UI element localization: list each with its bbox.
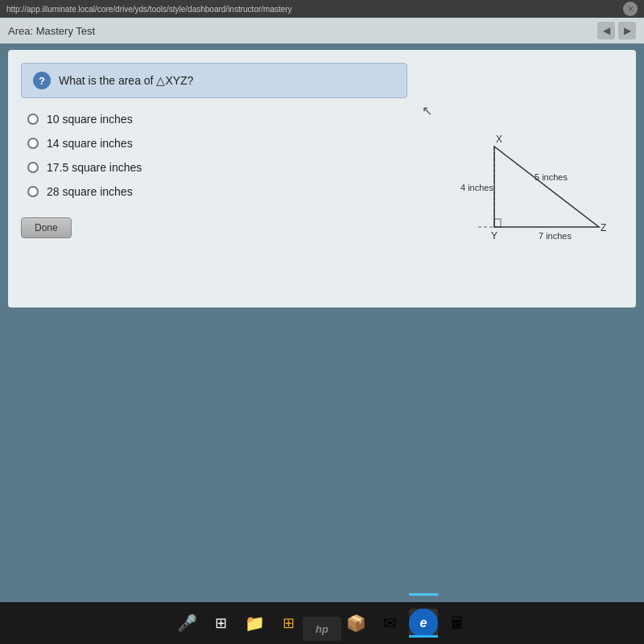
radio-option-4[interactable]: [27, 186, 39, 197]
desktop-background: [0, 314, 644, 602]
svg-marker-3: [494, 147, 599, 227]
browser-bar: http://app.illuminate.local/core/drive/y…: [0, 0, 644, 18]
option-4[interactable]: 28 square inches: [27, 185, 414, 198]
radio-option-2[interactable]: [27, 138, 39, 149]
question-icon: ?: [33, 72, 51, 89]
taskbar-calculator[interactable]: 🖩: [443, 609, 472, 638]
windows-icon: ⊞: [215, 614, 227, 632]
taskbar-windows[interactable]: ⊞: [206, 609, 235, 638]
vertex-z-label: Z: [601, 222, 606, 233]
label-4inches: 4 inches: [460, 183, 493, 192]
grid-icon: ⊞: [283, 614, 295, 632]
done-button[interactable]: Done: [21, 217, 72, 238]
question-area: ? What is the area of △XYZ? 10 square in…: [21, 63, 414, 295]
radio-option-1[interactable]: [27, 114, 39, 125]
option-2[interactable]: 14 square inches: [27, 137, 414, 150]
vertex-y-label: Y: [491, 230, 497, 242]
nav-back-button[interactable]: ◀: [597, 22, 615, 39]
browser-close-button[interactable]: ✕: [623, 2, 638, 16]
folder-icon: 📁: [245, 613, 265, 633]
triangle-diagram: X Y Z 4 inches 5 inches 7 inches: [430, 130, 607, 259]
window-title: Area: Mastery Test: [8, 25, 95, 37]
option-3[interactable]: 17.5 square inches: [27, 161, 414, 174]
taskbar-browser[interactable]: e: [409, 609, 438, 638]
window-title-bar: Area: Mastery Test ◀ ▶: [0, 18, 644, 43]
package-icon: 📦: [346, 613, 366, 633]
ie-icon: e: [409, 609, 438, 638]
cursor-indicator: ↖: [422, 103, 432, 118]
taskbar-mic[interactable]: 🎤: [172, 609, 201, 638]
question-text: What is the area of △XYZ?: [59, 74, 193, 87]
svg-rect-2: [494, 219, 501, 227]
taskbar-mail[interactable]: ✉: [375, 609, 404, 638]
option-1[interactable]: 10 square inches: [27, 113, 414, 126]
calculator-icon: 🖩: [449, 614, 465, 633]
browser-url: http://app.illuminate.local/core/drive/y…: [6, 5, 623, 14]
hp-logo: hp: [303, 617, 341, 641]
content-panel: ? What is the area of △XYZ? 10 square in…: [8, 50, 636, 308]
diagram-area: ↖ X Y Z 4 inches 5 inch: [414, 63, 623, 295]
vertex-x-label: X: [496, 134, 502, 145]
label-7inches: 7 inches: [539, 231, 572, 241]
option-1-label: 10 square inches: [47, 113, 133, 126]
screen-area: Area: Mastery Test ◀ ▶ ? What is the are…: [0, 18, 644, 602]
taskbar-files[interactable]: 📁: [240, 609, 269, 638]
radio-option-3[interactable]: [27, 162, 39, 173]
answer-options: 10 square inches 14 square inches 17.5 s…: [21, 113, 414, 198]
question-box: ? What is the area of △XYZ?: [21, 63, 407, 98]
option-4-label: 28 square inches: [47, 185, 133, 198]
window-nav-buttons: ◀ ▶: [597, 22, 636, 39]
option-2-label: 14 square inches: [47, 137, 133, 150]
taskbar-package[interactable]: 📦: [341, 609, 370, 638]
taskbar: 🎤 ⊞ 📁 ⊞ ⚙ 📦 ✉ e 🖩 hp: [0, 602, 644, 644]
label-5inches: 5 inches: [535, 172, 568, 182]
mail-icon: ✉: [383, 613, 397, 633]
option-3-label: 17.5 square inches: [47, 161, 142, 174]
taskbar-active-indicator: [409, 635, 438, 638]
taskbar-grid[interactable]: ⊞: [274, 609, 303, 638]
mic-icon: 🎤: [177, 613, 197, 633]
nav-forward-button[interactable]: ▶: [618, 22, 636, 39]
